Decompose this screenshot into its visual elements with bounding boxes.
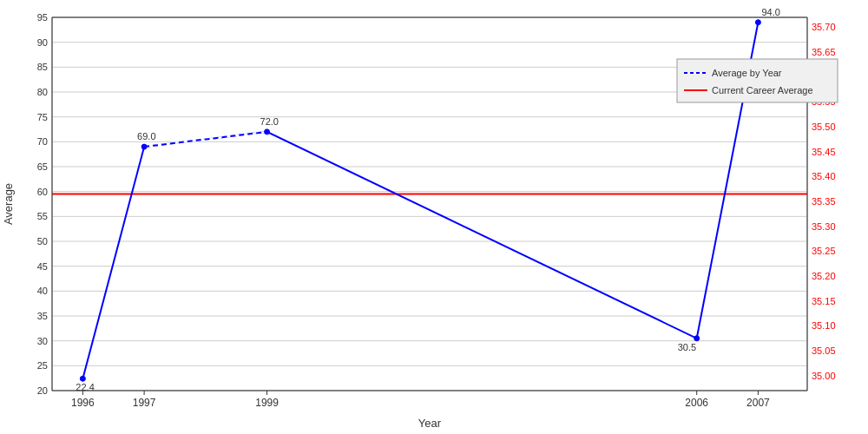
svg-text:30.5: 30.5 xyxy=(678,342,696,352)
svg-text:35.10: 35.10 xyxy=(812,320,836,331)
svg-text:1999: 1999 xyxy=(255,397,279,409)
svg-text:65: 65 xyxy=(37,161,48,172)
svg-text:Current Career Average: Current Career Average xyxy=(712,85,813,95)
svg-text:1996: 1996 xyxy=(71,397,95,409)
svg-text:35.70: 35.70 xyxy=(812,22,836,32)
svg-text:35.35: 35.35 xyxy=(812,196,836,207)
svg-text:85: 85 xyxy=(37,62,48,72)
svg-text:40: 40 xyxy=(37,286,48,296)
svg-point-65 xyxy=(694,336,700,341)
svg-text:35.15: 35.15 xyxy=(812,296,836,306)
svg-text:75: 75 xyxy=(37,112,48,122)
svg-text:2006: 2006 xyxy=(685,397,708,409)
svg-text:60: 60 xyxy=(37,187,48,197)
svg-text:72.0: 72.0 xyxy=(260,116,279,127)
svg-text:35.00: 35.00 xyxy=(812,371,836,381)
svg-text:1997: 1997 xyxy=(133,397,156,409)
svg-text:55: 55 xyxy=(37,211,48,221)
svg-text:70: 70 xyxy=(37,136,48,147)
svg-text:69.0: 69.0 xyxy=(137,131,155,141)
svg-text:35.20: 35.20 xyxy=(812,271,836,281)
chart-container: 9590858075706560555045403530252035.7035.… xyxy=(0,0,868,434)
svg-text:35.05: 35.05 xyxy=(812,345,836,356)
svg-text:25: 25 xyxy=(37,360,48,371)
main-chart: 9590858075706560555045403530252035.7035.… xyxy=(0,0,868,434)
svg-text:80: 80 xyxy=(37,87,48,97)
svg-point-64 xyxy=(265,129,270,135)
svg-text:20: 20 xyxy=(37,385,48,396)
svg-text:95: 95 xyxy=(37,12,48,23)
svg-text:35.25: 35.25 xyxy=(812,246,836,256)
svg-text:2007: 2007 xyxy=(746,397,770,409)
svg-text:Average: Average xyxy=(2,183,15,225)
svg-text:94.0: 94.0 xyxy=(761,7,779,17)
svg-text:45: 45 xyxy=(37,261,48,272)
svg-point-66 xyxy=(755,20,760,25)
svg-text:35.65: 35.65 xyxy=(812,47,836,57)
svg-text:35.50: 35.50 xyxy=(812,122,836,132)
svg-text:50: 50 xyxy=(37,236,48,247)
svg-text:Average by Year: Average by Year xyxy=(712,68,782,78)
svg-text:35.40: 35.40 xyxy=(812,171,836,181)
svg-point-62 xyxy=(80,376,85,381)
svg-rect-76 xyxy=(677,59,838,102)
svg-text:35: 35 xyxy=(37,311,48,321)
svg-point-63 xyxy=(141,144,147,149)
svg-text:90: 90 xyxy=(37,37,48,48)
svg-text:30: 30 xyxy=(37,336,48,346)
svg-text:Year: Year xyxy=(418,417,442,430)
svg-text:35.45: 35.45 xyxy=(812,147,836,157)
svg-text:35.30: 35.30 xyxy=(812,221,836,232)
